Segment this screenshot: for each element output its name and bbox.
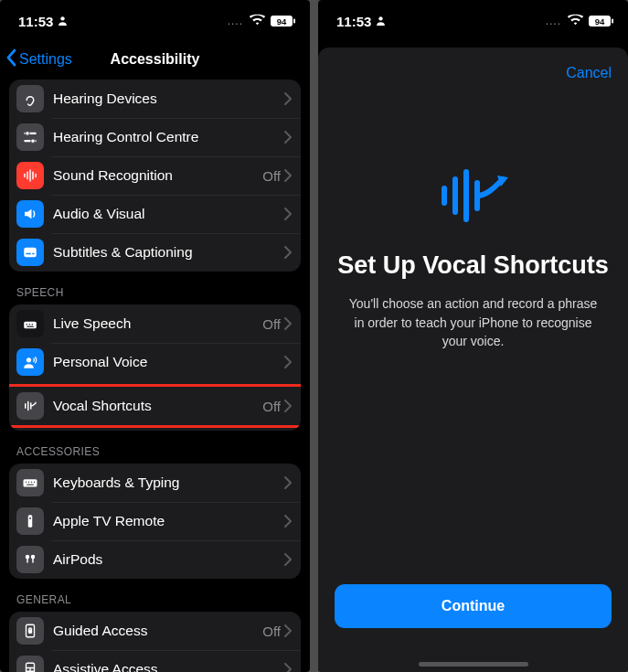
speaker-icon — [16, 200, 44, 228]
battery-icon: 94 — [588, 15, 615, 27]
chevron-right-icon — [284, 624, 292, 637]
remote-icon — [16, 507, 44, 535]
settings-accessibility-screen: 11:53 .... 94 Settings Accessibility Hea… — [0, 0, 310, 672]
section-header-accessories: ACCESSORIES — [9, 431, 301, 464]
profile-icon — [57, 14, 69, 29]
group-accessories: Keyboards & Typing Apple TV Remote AirPo… — [9, 464, 301, 579]
svg-point-6 — [26, 132, 30, 136]
vocal-shortcuts-hero-icon — [437, 166, 510, 229]
row-label: Keyboards & Typing — [53, 475, 284, 491]
airpods-icon — [16, 546, 44, 573]
svg-rect-34 — [27, 559, 28, 563]
chevron-right-icon — [284, 553, 292, 566]
svg-point-27 — [28, 482, 30, 484]
back-button[interactable]: Settings — [5, 48, 72, 70]
row-label: Vocal Shortcuts — [53, 398, 262, 414]
row-label: Apple TV Remote — [53, 513, 284, 529]
row-label: Subtitles & Captioning — [53, 244, 284, 261]
row-label: Sound Recognition — [53, 167, 262, 184]
chevron-right-icon — [284, 515, 292, 528]
status-time: 11:53 — [18, 14, 53, 29]
row-hearing-control-centre[interactable]: Hearing Control Centre — [9, 118, 301, 156]
highlight-vocal-shortcuts: Vocal Shortcuts Off — [9, 384, 301, 428]
svg-rect-13 — [24, 248, 37, 258]
svg-point-26 — [26, 482, 27, 484]
cell-signal-icon: .... — [228, 15, 243, 27]
svg-rect-36 — [32, 559, 34, 563]
setup-sheet: Cancel Set Up Vocal Shortcuts You'll cho… — [318, 48, 628, 672]
svg-rect-31 — [28, 515, 33, 528]
row-hearing-devices[interactable]: Hearing Devices — [9, 80, 301, 118]
cell-signal-icon: .... — [546, 15, 561, 27]
row-label: Live Speech — [53, 315, 262, 332]
chevron-right-icon — [284, 169, 292, 182]
svg-rect-30 — [27, 485, 34, 485]
svg-point-21 — [27, 357, 31, 362]
row-personal-voice[interactable]: Personal Voice — [9, 343, 301, 381]
vocal-shortcuts-setup-screen: 11:53 .... 94 Cancel — [318, 0, 628, 672]
row-label: Audio & Visual — [53, 206, 284, 222]
row-label: AirPods — [53, 551, 284, 568]
sheet-title: Set Up Vocal Shortcuts — [337, 251, 609, 280]
sheet-description: You'll choose an action and record a phr… — [346, 294, 601, 350]
row-assistive-access[interactable]: Assistive Access — [9, 650, 301, 672]
row-keyboards-typing[interactable]: Keyboards & Typing — [9, 464, 301, 502]
chevron-right-icon — [284, 208, 292, 220]
row-value: Off — [262, 399, 281, 414]
svg-point-18 — [29, 324, 31, 325]
svg-rect-2 — [293, 19, 295, 24]
svg-rect-16 — [24, 322, 37, 329]
continue-button[interactable]: Continue — [335, 584, 612, 628]
grid-icon — [16, 656, 44, 672]
svg-rect-25 — [24, 479, 37, 486]
page-title: Accessibility — [111, 51, 200, 68]
svg-rect-14 — [27, 253, 31, 255]
svg-point-28 — [31, 482, 33, 484]
row-value: Off — [262, 624, 281, 639]
chevron-right-icon — [284, 663, 292, 672]
chevron-left-icon — [5, 48, 18, 70]
group-general: Guided Access Off Assistive Access Siri — [9, 612, 301, 672]
soundwave-icon — [16, 162, 44, 189]
person-voice-icon — [16, 348, 44, 376]
chevron-right-icon — [284, 476, 292, 489]
svg-point-43 — [379, 16, 383, 20]
row-vocal-shortcuts[interactable]: Vocal Shortcuts Off — [9, 387, 301, 425]
settings-list[interactable]: Hearing Devices Hearing Control Centre S… — [0, 77, 310, 672]
svg-point-7 — [31, 139, 36, 144]
row-label: Guided Access — [53, 623, 262, 639]
chevron-right-icon — [284, 246, 292, 259]
chevron-right-icon — [284, 131, 292, 144]
profile-icon — [375, 14, 387, 29]
row-value: Off — [262, 316, 281, 332]
captions-icon — [16, 239, 44, 266]
row-apple-tv-remote[interactable]: Apple TV Remote — [9, 502, 301, 540]
chevron-right-icon — [284, 356, 292, 368]
battery-icon: 94 — [270, 15, 297, 27]
lock-screen-icon — [16, 617, 44, 645]
svg-point-17 — [27, 324, 28, 325]
svg-rect-38 — [29, 630, 32, 633]
row-audio-visual[interactable]: Audio & Visual — [9, 195, 301, 233]
svg-rect-20 — [27, 326, 34, 327]
row-live-speech[interactable]: Live Speech Off — [9, 304, 301, 343]
wifi-icon — [568, 13, 583, 29]
status-bar: 11:53 .... 94 — [318, 0, 628, 42]
row-sound-recognition[interactable]: Sound Recognition Off — [9, 156, 301, 195]
home-indicator — [419, 662, 528, 667]
cancel-button[interactable]: Cancel — [566, 65, 612, 81]
svg-text:94: 94 — [277, 16, 287, 27]
row-guided-access[interactable]: Guided Access Off — [9, 612, 301, 650]
keyboard-speech-icon — [16, 310, 44, 337]
vocal-shortcuts-icon — [16, 392, 44, 420]
row-label: Assistive Access — [53, 661, 284, 672]
chevron-right-icon — [284, 92, 292, 105]
row-airpods[interactable]: AirPods — [9, 540, 301, 579]
svg-point-19 — [32, 324, 34, 325]
nav-bar: Settings Accessibility — [0, 42, 310, 77]
svg-rect-45 — [612, 19, 613, 24]
svg-point-0 — [61, 16, 65, 20]
chevron-right-icon — [284, 317, 292, 330]
row-subtitles-captioning[interactable]: Subtitles & Captioning — [9, 233, 301, 272]
status-bar: 11:53 .... 94 — [0, 0, 310, 42]
